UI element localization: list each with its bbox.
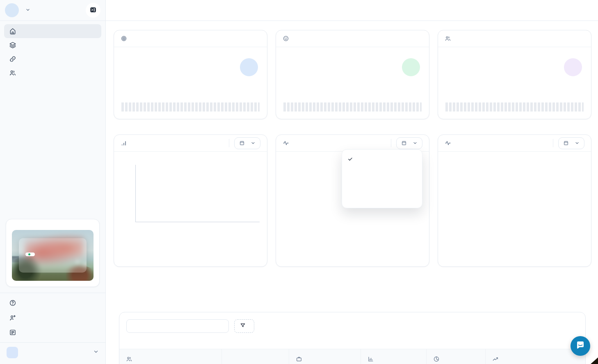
sidebar-item-teams[interactable]: [4, 66, 101, 80]
link-icon: [9, 55, 16, 63]
menu-item-last-30-days[interactable]: [342, 179, 422, 192]
sidebar-item-invite-teammates[interactable]: [4, 310, 101, 325]
sidebar-item-tableau-de-bord[interactable]: [4, 24, 101, 38]
sidebar-section-teams: [0, 80, 105, 88]
activity-icon: [283, 140, 289, 146]
target-emoji-icon: [240, 58, 258, 76]
users-icon: [445, 35, 451, 42]
filters-button[interactable]: [234, 319, 254, 333]
sidebar-collapse-button[interactable]: [86, 3, 100, 18]
sidebar-nav: [0, 21, 105, 80]
check-icon: [347, 156, 353, 162]
calendar-icon: [563, 140, 569, 146]
progress-bar: [121, 102, 260, 111]
help-icon: [9, 299, 16, 307]
date-range-dropdown-menu: [342, 149, 422, 208]
date-range-button[interactable]: [558, 137, 584, 149]
divider: [553, 139, 553, 147]
sidebar-item-retours[interactable]: [4, 52, 101, 66]
sidebar-user-row: [0, 0, 105, 20]
users-icon: [126, 356, 132, 362]
table-toolbar: [119, 312, 585, 333]
users-icon: [9, 69, 16, 77]
sidebar-item-marketing[interactable]: [0, 88, 105, 103]
top-bar: [106, 0, 598, 21]
radar-chart: [445, 165, 584, 234]
employees-table-card: [119, 312, 586, 364]
bar-chart-axis-icon: [367, 356, 374, 362]
smile-emoji-icon: [402, 58, 420, 76]
progress-bar: [445, 102, 584, 111]
team-satisfaction-card: [438, 30, 591, 119]
table-header-row: [119, 349, 585, 364]
funnel-icon: [240, 323, 246, 330]
trend-up-icon: [492, 356, 499, 362]
panel-collapse-icon: [89, 6, 97, 15]
promo-overlay-card: [19, 238, 87, 273]
workspace-switcher[interactable]: [0, 343, 105, 364]
calendar-icon: [239, 140, 245, 146]
divider: [229, 139, 229, 147]
engagement-score-card: [114, 30, 267, 119]
chevron-down-icon: [575, 141, 580, 146]
sidebar-item-changelog[interactable]: [4, 325, 101, 340]
app-root: [0, 0, 598, 364]
chevron-down-icon: [25, 7, 30, 14]
column-header-team: [222, 349, 290, 364]
date-range-button[interactable]: [234, 137, 260, 149]
chevron-down-icon: [93, 349, 99, 356]
column-header-tasks: [486, 349, 585, 364]
calendar-icon: [401, 140, 407, 146]
search-input[interactable]: [126, 319, 229, 333]
layers-icon: [9, 41, 16, 49]
column-header-position: [289, 349, 361, 364]
sidebar: [0, 0, 106, 364]
bar-chart: [121, 165, 260, 232]
changelog-icon: [9, 329, 16, 336]
engagement-chart-card: [114, 134, 267, 267]
column-header-user: [119, 349, 222, 364]
busts-emoji-icon: [564, 58, 582, 76]
green-dot-icon: [28, 253, 30, 255]
news-badge: [25, 253, 35, 256]
promo-image: [12, 230, 94, 281]
chat-icon: [575, 340, 585, 352]
menu-item-last-7-days[interactable]: [342, 152, 422, 166]
wellbeing-card: [276, 30, 429, 119]
main-content: [106, 0, 598, 364]
sidebar-footer: [0, 293, 105, 342]
date-range-button[interactable]: [396, 137, 422, 149]
mouse-cursor: [591, 357, 598, 364]
sidebar-item-sondages[interactable]: [4, 38, 101, 52]
smile-icon: [283, 35, 289, 42]
responses-distribution-chart-card: [438, 134, 591, 267]
chevron-down-icon: [251, 141, 256, 146]
column-header-performance: [427, 349, 486, 364]
pie-chart-icon: [433, 356, 440, 362]
user-plus-icon: [9, 314, 16, 321]
divider: [391, 139, 391, 147]
menu-item-yesterday[interactable]: [342, 166, 422, 179]
target-icon: [121, 35, 127, 42]
home-icon: [9, 27, 16, 35]
menu-item-custom-range[interactable]: [342, 192, 422, 205]
avatar[interactable]: [5, 3, 19, 17]
authentication-promo-card[interactable]: [6, 219, 100, 287]
progress-bar: [283, 102, 422, 111]
activity-icon: [445, 140, 451, 146]
column-header-participation: [361, 349, 427, 364]
sidebar-item-help[interactable]: [4, 296, 101, 310]
chat-widget-button[interactable]: [571, 336, 590, 356]
bar-chart-icon: [121, 140, 127, 146]
briefcase-icon: [296, 356, 302, 362]
chevron-down-icon: [413, 141, 418, 146]
workspace-avatar: [7, 347, 18, 358]
